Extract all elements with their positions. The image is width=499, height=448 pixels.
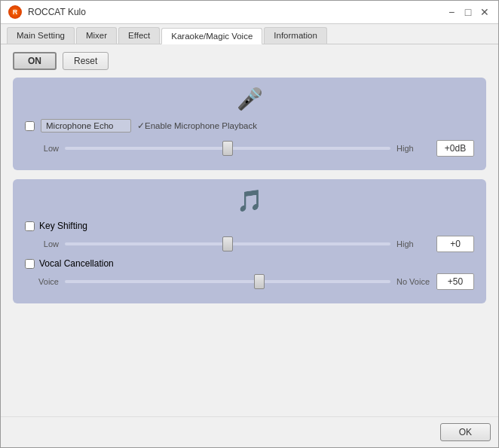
vocal-cancellation-label: Vocal Cancellation <box>39 258 114 269</box>
window-title: ROCCAT Kulo <box>28 7 439 17</box>
microphone-icon: 🎤 <box>237 87 263 111</box>
key-shifting-row: Key Shifting <box>25 221 474 231</box>
app-icon: R <box>8 5 22 19</box>
main-window: R ROCCAT Kulo − □ ✕ Main Setting Mixer E… <box>0 0 499 448</box>
title-bar: R ROCCAT Kulo − □ ✕ <box>1 1 498 24</box>
mic-low-label: Low <box>25 144 59 153</box>
music-icon-row: 🎵 <box>25 188 474 213</box>
no-voice-label: No Voice <box>396 277 430 286</box>
minimize-button[interactable]: − <box>445 6 458 18</box>
voice-label: Voice <box>25 277 59 286</box>
content-area: ON Reset 🎤 Microphone Echo ✓Enable Micro… <box>1 44 498 416</box>
window-controls: − □ ✕ <box>445 6 491 18</box>
key-shifting-label: Key Shifting <box>39 221 87 231</box>
key-shifting-slider-wrapper <box>65 236 390 251</box>
mic-value-display: +0dB <box>436 140 474 157</box>
tab-bar: Main Setting Mixer Effect Karaoke/Magic … <box>1 24 498 44</box>
close-button[interactable]: ✕ <box>479 6 491 18</box>
mic-slider-row: Low High +0dB <box>25 140 474 157</box>
mic-options-row: Microphone Echo ✓Enable Microphone Playb… <box>25 119 474 133</box>
mic-high-label: High <box>396 144 430 153</box>
mic-volume-slider[interactable] <box>65 147 390 150</box>
vocal-cancellation-slider-row: Voice No Voice +50 <box>25 273 474 290</box>
key-shifting-slider-row: Low High +0 <box>25 236 474 252</box>
tab-mixer[interactable]: Mixer <box>76 27 117 44</box>
vocal-cancellation-checkbox[interactable] <box>25 259 35 269</box>
microphone-echo-dropdown[interactable]: Microphone Echo <box>41 119 131 133</box>
top-controls: ON Reset <box>13 52 486 70</box>
key-shifting-value-display: +0 <box>436 236 474 252</box>
on-button[interactable]: ON <box>13 52 57 70</box>
microphone-panel: 🎤 Microphone Echo ✓Enable Microphone Pla… <box>13 78 486 170</box>
vocal-value-display: +50 <box>436 273 474 290</box>
key-shifting-low-label: Low <box>25 239 59 248</box>
enable-playback-text: ✓Enable Microphone Playback <box>137 120 257 131</box>
vocal-slider-wrapper <box>65 274 390 289</box>
vocal-cancellation-row: Vocal Cancellation <box>25 258 474 269</box>
key-shifting-checkbox[interactable] <box>25 221 35 231</box>
tab-effect[interactable]: Effect <box>118 27 160 44</box>
key-shifting-slider[interactable] <box>65 242 390 245</box>
music-note-icon: 🎵 <box>237 188 263 213</box>
maximize-button[interactable]: □ <box>462 6 474 18</box>
key-shifting-high-label: High <box>396 239 430 248</box>
footer: OK <box>1 416 498 447</box>
mic-slider-wrapper <box>65 141 390 156</box>
microphone-echo-checkbox[interactable] <box>25 121 35 131</box>
tab-information[interactable]: Information <box>264 27 327 44</box>
mic-icon-row: 🎤 <box>25 87 474 111</box>
ok-button[interactable]: OK <box>440 423 491 441</box>
reset-button[interactable]: Reset <box>63 52 109 70</box>
tab-karaoke[interactable]: Karaoke/Magic Voice <box>161 28 262 44</box>
magic-voice-panel: 🎵 Key Shifting Low High +0 Vocal Cancell… <box>13 179 486 303</box>
dropdown-wrapper: Microphone Echo <box>41 119 131 133</box>
vocal-cancellation-slider[interactable] <box>65 280 390 283</box>
tab-main-setting[interactable]: Main Setting <box>7 27 75 44</box>
